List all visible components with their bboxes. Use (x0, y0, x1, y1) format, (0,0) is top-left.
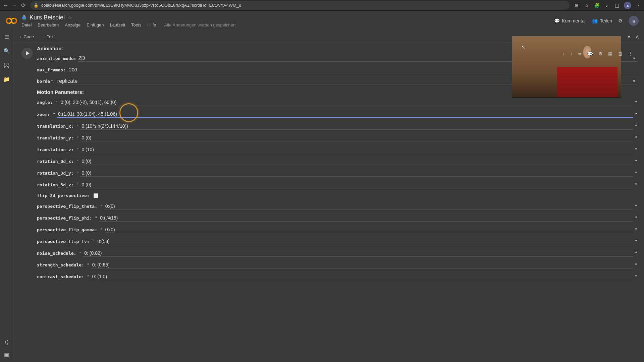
rotation-3d-y-input[interactable] (80, 170, 633, 177)
translation-y-input[interactable] (80, 134, 633, 141)
cursor-icon: ↖ (522, 44, 526, 50)
flip-2d-perspective-checkbox[interactable] (94, 193, 98, 198)
param-label: angle: (37, 100, 53, 105)
browser-avatar[interactable]: a (624, 2, 631, 9)
bookmark-icon[interactable]: ☆ (584, 2, 590, 8)
cell-comment-icon[interactable]: 💬 (586, 50, 594, 58)
strength-schedule-input[interactable] (91, 261, 633, 268)
angle-input[interactable] (59, 99, 633, 106)
param-row-perspective-flip-theta: perspective_flip_theta: " " (37, 203, 637, 210)
param-row-translation-z: translation_z: " " (37, 146, 637, 153)
param-label: translation_y: (37, 135, 74, 140)
link-cell-icon[interactable]: ⇔ (577, 50, 583, 58)
param-row-zoom: zoom: " " (37, 111, 637, 118)
menu-hilfe[interactable]: Hilfe (147, 22, 156, 27)
colab-logo[interactable] (5, 15, 17, 27)
param-label: rotation_3d_x: (37, 159, 74, 164)
menu-einfuegen[interactable]: Einfügen (87, 22, 104, 27)
param-row-contrast-schedule: contrast_schedule: " " (37, 273, 637, 280)
param-label: perspective_flip_fv: (37, 239, 90, 244)
translation-x-input[interactable] (80, 123, 633, 130)
param-row-translation-y: translation_y: " " (37, 134, 637, 141)
save-status[interactable]: Alle Änderungen wurden gespeichert (164, 22, 235, 27)
colab-avatar[interactable]: a (629, 16, 639, 26)
colab-header: Kurs Beispiel ☆ Datei Bearbeiten Anzeige… (0, 11, 644, 31)
browser-toolbar: ← → ⟳ 🔒 colab.research.google.com/drive/… (0, 0, 644, 11)
browser-menu-icon[interactable]: ⋮ (635, 2, 641, 8)
settings-icon[interactable]: ⚙ (618, 18, 623, 23)
perspective-flip-theta-input[interactable] (104, 203, 633, 210)
perspective-flip-gamma-input[interactable] (104, 226, 633, 233)
run-cell-button[interactable] (21, 48, 33, 59)
menu-bar: Datei Bearbeiten Anzeige Einfügen Laufze… (21, 22, 554, 27)
install-icon[interactable]: ⊕ (574, 2, 580, 8)
drive-icon (21, 15, 27, 20)
lock-icon: 🔒 (34, 3, 39, 8)
param-label: rotation_3d_y: (37, 171, 74, 176)
param-row-perspective-flip-fv: perspective_flip_fv: " " (37, 238, 637, 245)
music-icon[interactable]: ♪ (604, 2, 610, 8)
url-bar[interactable]: 🔒 colab.research.google.com/drive/13G9KH… (30, 1, 570, 10)
param-row-rotation-3d-y: rotation_3d_y: " " (37, 170, 637, 177)
noise-schedule-input[interactable] (83, 250, 633, 257)
param-label: perspective_flip_phi: (37, 216, 92, 221)
param-label: noise_schedule: (37, 251, 76, 256)
rotation-3d-z-input[interactable] (80, 181, 633, 188)
files-icon[interactable]: 📁 (3, 76, 10, 82)
snippets-icon[interactable]: ⟨⟩ (3, 339, 10, 345)
param-label: strength_schedule: (37, 262, 84, 267)
param-label: border: (37, 79, 55, 84)
menu-bearbeiten[interactable]: Bearbeiten (38, 22, 59, 27)
doc-title[interactable]: Kurs Beispiel (30, 14, 65, 21)
param-label: translation_x: (37, 124, 74, 129)
param-row-translation-x: translation_x: " " (37, 123, 637, 130)
param-label: max_frames: (37, 67, 66, 72)
toc-icon[interactable]: ☰ (3, 34, 10, 40)
delete-cell-icon[interactable]: 🗑 (616, 50, 624, 58)
extensions-icon[interactable]: 🧩 (594, 2, 600, 8)
menu-anzeige[interactable]: Anzeige (65, 22, 80, 27)
perspective-flip-phi-input[interactable] (99, 215, 633, 222)
add-text-button[interactable]: +Text (41, 33, 57, 41)
param-label: zoom: (37, 112, 50, 117)
runtime-dropdown-icon[interactable]: ▾ (626, 32, 632, 41)
cell-settings-icon[interactable]: ⚙ (597, 50, 604, 58)
menu-laufzeit[interactable]: Laufzeit (110, 22, 125, 27)
zoom-input[interactable] (57, 111, 633, 118)
terminal-icon[interactable]: ▣ (3, 351, 10, 358)
rotation-3d-x-input[interactable] (80, 158, 633, 165)
teilen-button[interactable]: 👥 Teilen (592, 18, 612, 23)
contrast-schedule-input[interactable] (91, 273, 633, 280)
chevron-down-icon: ▼ (632, 79, 636, 83)
param-row-strength-schedule: strength_schedule: " " (37, 261, 637, 268)
param-row-perspective-flip-gamma: perspective_flip_gamma: " " (37, 226, 637, 233)
add-code-button[interactable]: +Code (17, 33, 36, 41)
left-sidebar: ☰ 🔍 {x} 📁 ⟨⟩ ▣ (0, 31, 13, 362)
star-icon[interactable]: ☆ (67, 14, 72, 21)
param-label: perspective_flip_theta: (37, 204, 97, 209)
forward-icon[interactable]: → (11, 2, 17, 8)
cell-toolbar: ↑ ↓ ⇔ 💬 ⚙ ▦ 🗑 ⋮ (561, 50, 634, 58)
param-label: perspective_flip_gamma: (37, 227, 97, 232)
panel-icon[interactable]: ◫ (614, 2, 620, 8)
search-icon[interactable]: 🔍 (3, 48, 10, 54)
param-row-perspective-flip-phi: perspective_flip_phi: " " (37, 215, 637, 222)
collapse-icon[interactable]: ʌ (634, 32, 640, 41)
webcam-overlay: ↖ (512, 36, 621, 98)
menu-tools[interactable]: Tools (131, 22, 141, 27)
perspective-flip-fv-input[interactable] (96, 238, 633, 245)
menu-datei[interactable]: Datei (21, 22, 32, 27)
kommentar-button[interactable]: 💬 Kommentar (554, 18, 586, 23)
vars-icon[interactable]: {x} (3, 62, 10, 68)
back-icon[interactable]: ← (3, 2, 9, 8)
param-label: contrast_schedule: (37, 274, 84, 279)
cell-menu-icon[interactable]: ⋮ (627, 50, 634, 58)
param-label: flip_2d_perspective: (37, 193, 90, 198)
move-down-icon[interactable]: ↓ (569, 50, 574, 58)
param-label: rotation_3d_z: (37, 182, 74, 187)
mirror-cell-icon[interactable]: ▦ (607, 50, 614, 58)
translation-z-input[interactable] (80, 146, 633, 153)
move-up-icon[interactable]: ↑ (561, 50, 566, 58)
reload-icon[interactable]: ⟳ (20, 2, 26, 8)
param-row-rotation-3d-x: rotation_3d_x: " " (37, 158, 637, 165)
